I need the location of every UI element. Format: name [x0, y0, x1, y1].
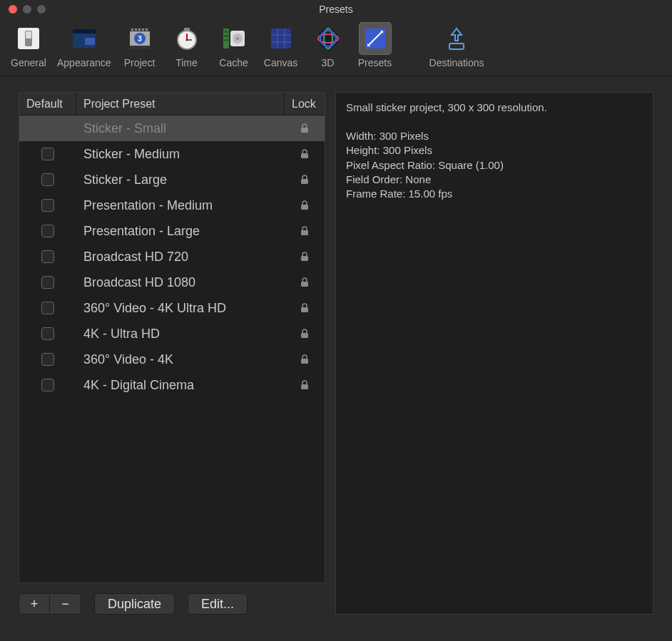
field-order-value: None	[405, 173, 431, 185]
project-icon: 3	[124, 23, 156, 54]
table-row[interactable]: Sticker - Small	[19, 116, 325, 141]
svg-rect-28	[271, 29, 291, 48]
default-cell	[19, 372, 76, 398]
default-checkbox[interactable]	[41, 327, 54, 340]
minimize-button[interactable]	[23, 5, 31, 14]
svg-rect-13	[146, 29, 148, 31]
details-panel: Small sticker project, 300 x 300 resolut…	[335, 92, 653, 615]
preset-name: Sticker - Small	[76, 116, 285, 141]
svg-rect-47	[301, 256, 308, 261]
default-checkbox[interactable]	[41, 250, 54, 263]
preset-name: Presentation - Medium	[76, 193, 285, 218]
column-header-lock[interactable]: Lock	[285, 93, 325, 115]
toolbar-label: Presets	[358, 57, 392, 68]
column-header-preset[interactable]: Project Preset	[76, 93, 285, 115]
default-checkbox[interactable]	[41, 148, 54, 160]
3d-icon	[312, 23, 344, 54]
lock-cell	[285, 321, 325, 347]
svg-point-20	[185, 39, 188, 41]
default-cell	[19, 218, 76, 244]
preferences-window: Presets General Appearance	[0, 0, 672, 641]
svg-rect-17	[184, 28, 190, 31]
table-row[interactable]: Presentation - Medium	[19, 193, 325, 218]
lock-icon	[300, 123, 309, 133]
toolbar-item-3d[interactable]: 3D	[307, 21, 350, 70]
lock-cell	[285, 167, 325, 193]
svg-rect-5	[85, 38, 95, 45]
table-row[interactable]: Sticker - Medium	[19, 141, 325, 167]
toolbar-label: Canvas	[264, 57, 297, 68]
table-row[interactable]: Sticker - Large	[19, 167, 325, 193]
preset-name: Presentation - Large	[76, 218, 285, 244]
svg-rect-42	[301, 128, 308, 133]
height-row: Height: 300 Pixels	[346, 143, 643, 158]
svg-rect-10	[135, 29, 137, 31]
toolbar-item-presets[interactable]: Presets	[354, 21, 397, 70]
svg-rect-45	[301, 205, 308, 210]
table-row[interactable]: 4K - Ultra HD	[19, 321, 325, 347]
action-bar: + − Duplicate Edit...	[19, 593, 325, 615]
lock-icon	[300, 200, 309, 210]
svg-rect-9	[131, 29, 133, 31]
toolbar-item-cache[interactable]: Cache	[213, 21, 255, 70]
table-header: Default Project Preset Lock	[19, 93, 325, 116]
toolbar-item-appearance[interactable]: Appearance	[54, 21, 114, 70]
toolbar-label: Appearance	[57, 57, 111, 68]
preset-name: Sticker - Medium	[76, 141, 285, 167]
svg-rect-52	[301, 384, 308, 389]
cache-icon	[218, 23, 250, 54]
lock-icon	[300, 303, 309, 313]
duplicate-button[interactable]: Duplicate	[94, 593, 175, 615]
toolbar-label: Time	[175, 57, 198, 68]
toolbar-item-canvas[interactable]: Canvas	[260, 21, 302, 70]
svg-point-27	[236, 37, 239, 40]
maximize-button[interactable]	[37, 5, 46, 14]
lock-cell	[285, 193, 325, 218]
close-button[interactable]	[9, 5, 17, 14]
table-row[interactable]: 360° Video - 4K Ultra HD	[19, 295, 325, 321]
preset-name: 4K - Digital Cinema	[76, 372, 285, 398]
default-checkbox[interactable]	[41, 302, 54, 314]
lock-icon	[300, 226, 309, 236]
toolbar-item-general[interactable]: General	[7, 21, 50, 70]
frame-rate-value: 15.00 fps	[409, 188, 453, 200]
toolbar-item-project[interactable]: 3 Project	[118, 21, 161, 70]
default-checkbox[interactable]	[41, 199, 54, 212]
remove-button[interactable]: −	[50, 593, 81, 615]
lock-cell	[285, 141, 325, 167]
preset-table: Default Project Preset Lock Sticker - Sm…	[19, 92, 325, 583]
edit-button[interactable]: Edit...	[188, 593, 248, 615]
default-checkbox[interactable]	[41, 173, 54, 186]
default-checkbox[interactable]	[41, 353, 54, 366]
table-row[interactable]: Presentation - Large	[19, 218, 325, 244]
svg-rect-48	[301, 282, 308, 287]
appearance-icon	[68, 23, 100, 54]
par-label: Pixel Aspect Ratio:	[346, 159, 438, 171]
toolbar-item-time[interactable]: Time	[166, 21, 208, 70]
column-header-default[interactable]: Default	[19, 93, 76, 115]
svg-rect-41	[449, 43, 464, 49]
default-cell	[19, 295, 76, 321]
table-row[interactable]: Broadcast HD 720	[19, 244, 325, 270]
table-row[interactable]: 360° Video - 4K	[19, 347, 325, 372]
lock-cell	[285, 295, 325, 321]
lock-icon	[300, 252, 309, 262]
table-row[interactable]: 4K - Digital Cinema	[19, 372, 325, 398]
default-checkbox[interactable]	[41, 225, 54, 237]
frame-rate-label: Frame Rate:	[346, 188, 409, 200]
toolbar-item-destinations[interactable]: Destinations	[427, 21, 487, 70]
preset-name: 360° Video - 4K	[76, 347, 285, 372]
toolbar-label: Destinations	[429, 57, 484, 68]
lock-cell	[285, 270, 325, 295]
svg-rect-4	[73, 29, 96, 34]
table-row[interactable]: Broadcast HD 1080	[19, 270, 325, 295]
par-value: Square (1.00)	[438, 159, 504, 171]
add-button[interactable]: +	[19, 593, 50, 615]
default-checkbox[interactable]	[41, 379, 54, 391]
preset-properties: Width: 300 Pixels Height: 300 Pixels Pix…	[346, 129, 643, 201]
lock-icon	[300, 354, 309, 364]
presets-icon	[360, 23, 391, 54]
field-order-label: Field Order:	[346, 173, 405, 185]
destinations-icon	[441, 23, 472, 54]
default-checkbox[interactable]	[41, 276, 54, 289]
